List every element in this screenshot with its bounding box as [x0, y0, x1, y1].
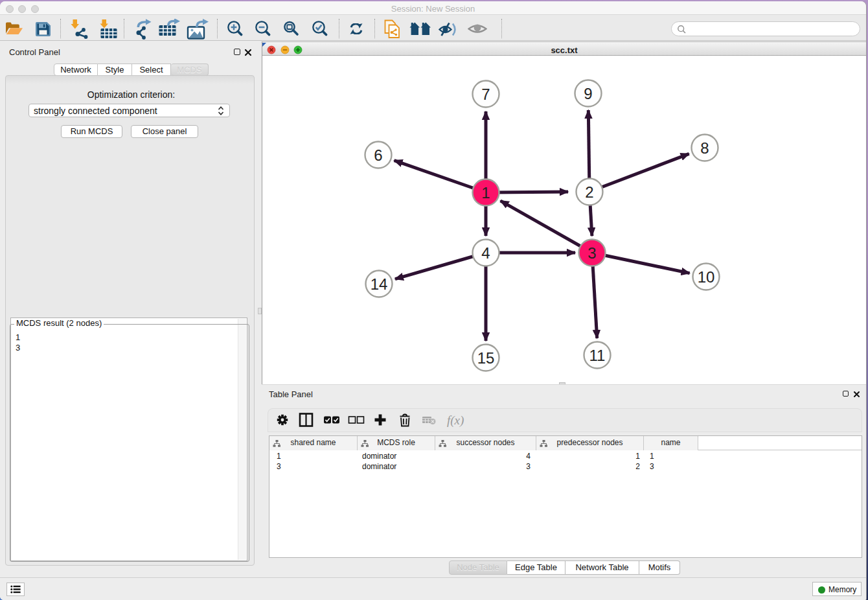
- svg-text:7: 7: [481, 86, 490, 103]
- svg-text:1: 1: [481, 184, 490, 202]
- svg-text:9: 9: [584, 85, 592, 102]
- svg-text:11: 11: [589, 347, 606, 364]
- svg-text:6: 6: [374, 146, 382, 164]
- svg-text:3: 3: [588, 244, 596, 262]
- svg-text:14: 14: [371, 275, 388, 293]
- svg-text:15: 15: [477, 349, 495, 367]
- svg-text:f(x): f(x): [447, 413, 464, 428]
- svg-text:10: 10: [698, 268, 715, 286]
- svg-text:8: 8: [700, 139, 709, 157]
- svg-text:4: 4: [481, 244, 490, 262]
- svg-text:2: 2: [585, 183, 593, 201]
